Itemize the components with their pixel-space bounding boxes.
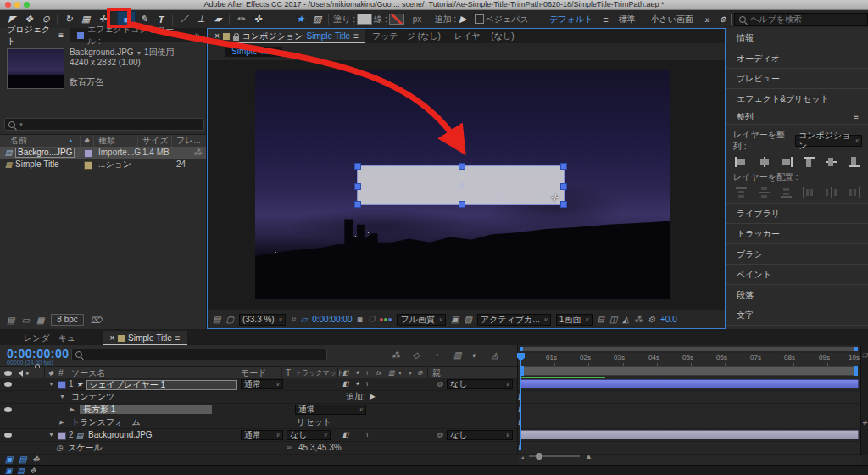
parent-dropdown[interactable]: なし∨ xyxy=(447,379,513,389)
shy-layers-icon[interactable]: ◔ xyxy=(434,350,439,360)
eye-icon[interactable] xyxy=(4,382,12,387)
more-workspaces-icon[interactable]: » xyxy=(701,12,715,26)
expand-icon[interactable]: ▼ xyxy=(48,378,54,390)
handle-bottom-right[interactable] xyxy=(560,201,567,208)
track-row-shape-layer[interactable] xyxy=(518,378,861,391)
solo-column-icon[interactable]: ● xyxy=(25,367,29,379)
tab-timeline-simple-title[interactable]: × Simple Title ≡ xyxy=(103,331,186,345)
rotation-tool[interactable]: ↻ xyxy=(60,12,77,26)
breadcrumb-comp-button[interactable]: Simple Title xyxy=(225,47,282,57)
collapse-switch[interactable]: ✦ xyxy=(354,378,360,390)
pixel-aspect-icon[interactable]: ◫ xyxy=(609,315,617,324)
expand-icon[interactable]: ▼ xyxy=(48,429,54,441)
timeline-navigator-bar[interactable] xyxy=(520,347,858,351)
more-tabs-icon[interactable]: » xyxy=(187,28,206,42)
panel-audio[interactable]: オーディオ xyxy=(726,48,868,69)
panel-menu-icon[interactable]: ≡ xyxy=(58,31,64,40)
main-viewer-icon[interactable]: ▢ xyxy=(225,315,233,324)
property-row-scale[interactable]: ◷ スケール ∞ 45.3,45.3% xyxy=(0,442,517,455)
distribute-center-h-button[interactable] xyxy=(825,187,837,198)
region-of-interest-icon[interactable]: ▱ xyxy=(300,315,307,324)
close-icon[interactable]: × xyxy=(214,31,220,41)
expand-icon[interactable]: ▼ xyxy=(59,391,65,403)
align-center-h-button[interactable] xyxy=(758,157,771,167)
timeline-right-rail[interactable]: ❏ ✥ xyxy=(860,345,868,455)
column-name[interactable]: 名前 xyxy=(10,135,27,147)
panel-tracker[interactable]: トラッカー xyxy=(726,224,868,244)
expand-in-out-icon[interactable]: ✥ xyxy=(32,455,39,464)
expand-icon[interactable]: ▶ xyxy=(70,404,74,416)
add-menu-button[interactable]: ▶ xyxy=(458,12,468,26)
take-snapshot-icon[interactable]: ◙ xyxy=(357,315,362,324)
playhead[interactable] xyxy=(520,353,521,450)
viewer-timecode[interactable]: 0:00:00:00 xyxy=(312,315,352,324)
switch-quality-icon[interactable]: ◧ xyxy=(342,367,349,379)
puppet-pin-tool[interactable]: ✜ xyxy=(249,12,266,26)
blend-mode-dropdown[interactable]: 通常∨ xyxy=(241,430,283,440)
stroke-swatch[interactable] xyxy=(389,14,404,25)
interpret-footage-icon[interactable]: ▤ xyxy=(7,316,14,325)
group-name[interactable]: トランスフォーム xyxy=(71,416,141,428)
panel-menu-icon[interactable]: ≡ xyxy=(854,109,859,124)
work-area-bar[interactable] xyxy=(520,366,858,376)
resolution-dropdown[interactable]: フル画質∨ xyxy=(397,314,446,326)
distribute-center-v-button[interactable] xyxy=(758,187,771,198)
zoom-out-icon[interactable]: ▴ xyxy=(521,454,524,460)
align-bottom-button[interactable] xyxy=(848,157,860,167)
current-timecode[interactable]: 0:00:00:00 xyxy=(7,347,70,360)
share-view-icon[interactable]: ⊟ xyxy=(598,315,604,324)
eye-icon[interactable] xyxy=(4,433,12,438)
panel-brushes[interactable]: ブラシ xyxy=(726,244,868,265)
track-row-transform[interactable]: I xyxy=(518,416,861,429)
timeline-track-area[interactable]: 01s 02s 03s 04s 05s 06s 07s 08s 09s 10s … xyxy=(517,345,861,455)
switch-adjustment-icon[interactable]: ◑ xyxy=(408,367,412,379)
tab-footage[interactable]: フッテージ (なし) xyxy=(365,29,448,43)
grid-guides-icon[interactable]: ⌗ xyxy=(291,315,296,325)
trash-icon[interactable]: ⌦ xyxy=(91,316,103,325)
add-property-icon[interactable]: ▶ xyxy=(370,391,375,403)
lock-icon[interactable] xyxy=(233,36,239,41)
layer-label-swatch[interactable] xyxy=(58,381,66,389)
switch-draft-icon[interactable]: \ xyxy=(366,367,368,379)
zoom-slider[interactable] xyxy=(529,455,580,457)
tool-creates-shape-icon[interactable]: ★ xyxy=(292,12,309,26)
handle-middle-left[interactable] xyxy=(354,183,361,190)
layer-duration-bar-shape[interactable] xyxy=(520,379,859,388)
comp-row-name[interactable]: Simple Title xyxy=(15,159,59,170)
distribute-right-button[interactable] xyxy=(848,187,860,198)
project-row-background-jpg[interactable]: ▤ Backgro...JPG Importe...G 1.4 MB ⁂ xyxy=(0,147,206,159)
property-row-contents[interactable]: ▼ コンテンツ 追加: ▶ xyxy=(0,391,517,404)
column-track-matte[interactable]: トラックマット xyxy=(295,367,343,379)
switch-collapse-icon[interactable]: ✦ xyxy=(354,367,360,379)
label-color-swatch[interactable] xyxy=(84,161,92,170)
magnification-dropdown[interactable]: (33.3 %)∨ xyxy=(239,314,286,326)
add-property-label[interactable]: 追加: xyxy=(346,391,365,403)
exposure-value[interactable]: +0.0 xyxy=(660,315,677,324)
tab-effect-controls[interactable]: エフェクトコントロール : xyxy=(70,28,187,42)
track-matte-dropdown[interactable]: なし∨ xyxy=(287,430,331,440)
column-parent[interactable]: 親 xyxy=(432,367,441,379)
handle-top-center[interactable] xyxy=(459,163,465,170)
track-row-background[interactable] xyxy=(518,429,861,442)
group-blend-mode-dropdown[interactable]: 通常∨ xyxy=(295,405,366,415)
composition-image[interactable]: ✧ ✛ xyxy=(255,70,670,299)
new-composition-icon[interactable]: ▦ xyxy=(36,316,44,325)
camera-view-dropdown[interactable]: アクティブカ...∨ xyxy=(477,314,551,326)
handle-top-right[interactable] xyxy=(560,163,567,170)
parent-pickwhip-icon[interactable]: @ xyxy=(437,429,443,441)
workspace-standard[interactable]: 標準 xyxy=(618,14,635,25)
panel-menu-icon[interactable]: ≡ xyxy=(353,31,359,41)
blend-mode-dropdown[interactable]: 通常∨ xyxy=(241,379,283,389)
stopwatch-icon[interactable]: ◷ xyxy=(56,442,63,454)
handle-bottom-left[interactable] xyxy=(354,201,361,208)
property-row-rectangle-1[interactable]: ▶ 長方形 1 通常∨ xyxy=(0,404,517,416)
column-mode[interactable]: モード xyxy=(241,367,266,379)
panel-menu-icon[interactable]: ≡ xyxy=(175,333,181,343)
status-toggle-icon[interactable]: ✥ xyxy=(30,467,36,475)
panel-preview[interactable]: プレビュー xyxy=(726,69,868,89)
draft-3d-icon[interactable]: ◇ xyxy=(413,350,420,360)
layer-row-background-jpg[interactable]: ▼ 2 ▤ Background.JPG 通常∨ なし∨ ◧ \ @ なし∨ xyxy=(0,429,517,442)
tab-composition[interactable]: × コンポジション Simple Title ≡ xyxy=(208,29,365,43)
layer-duration-bar-background[interactable] xyxy=(520,430,859,439)
align-top-button[interactable] xyxy=(803,157,815,167)
